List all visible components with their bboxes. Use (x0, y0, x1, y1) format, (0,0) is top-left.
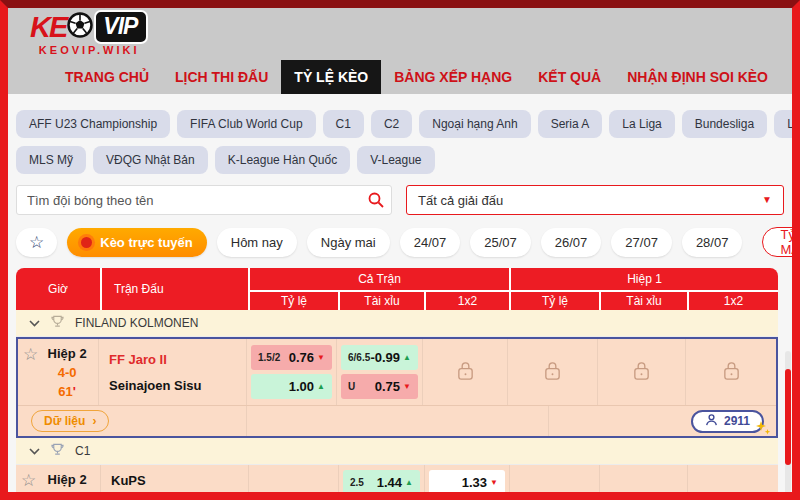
league-chip-row-1: AFF U23 Championship FIFA Club World Cup… (16, 110, 784, 138)
search-input[interactable] (16, 185, 392, 215)
match-minute: 61' (58, 384, 76, 399)
logo-subtitle: KEOVIP.WIKI (30, 44, 148, 56)
viewers-count: 2911 (724, 414, 750, 428)
odds-table: Giờ Trận Đấu Cả Trận Hiệp 1 Tỷ lệ Tài xỉ… (16, 268, 778, 500)
match-time-cell: ☆ Hiệp 2 4-0 61' (18, 339, 98, 405)
lock-icon (632, 360, 651, 385)
h1-1x2-locked-cell (685, 339, 776, 405)
scrollbar-thumb[interactable] (785, 369, 791, 465)
section-name: C1 (75, 444, 90, 458)
search-icon[interactable] (368, 192, 384, 212)
star-icon: ☆ (29, 232, 44, 253)
chip-c1[interactable]: C1 (323, 110, 364, 138)
h1-over-under-locked-cell (597, 339, 685, 405)
chip-ngoai-hang-anh[interactable]: Ngoại hạng Anh (419, 110, 530, 138)
league-chip-row-2: MLS Mỹ VĐQG Nhật Bản K-League Hàn Quốc V… (16, 146, 784, 174)
filter-date-27-07[interactable]: 27/07 (611, 228, 672, 257)
col-header-full-time: Cả Trận (248, 268, 509, 290)
match-teams-cell: KuPS (100, 465, 248, 500)
match-row-kups: ☆ Hiệp 2 KuPS 2.5 1.44▲ (16, 465, 778, 500)
chevron-down-icon[interactable] (29, 448, 40, 455)
vertical-scrollbar (785, 351, 791, 500)
match-footer-row: Dữ liệu› 2911 (18, 405, 776, 436)
filter-date-24-07[interactable]: 24/07 (400, 228, 461, 257)
content-area: AFF U23 Championship FIFA Club World Cup… (8, 94, 792, 492)
star-icon[interactable]: ☆ (23, 346, 38, 405)
league-select-value: Tất cả giải đấu (418, 193, 503, 208)
nav-item-ty-le-keo[interactable]: TỶ LỆ KÈO (281, 60, 381, 94)
live-dot-icon (81, 237, 92, 248)
search-box (16, 185, 392, 215)
trophy-icon (51, 443, 64, 459)
chip-ligue-1[interactable]: Ligue 1 (774, 110, 800, 138)
x12-odds[interactable]: 1.33▼ (429, 470, 505, 495)
match-card-ff-jaro: ☆ Hiệp 2 4-0 61' FF Jaro II Seinajoen Si… (16, 337, 778, 438)
match-time-cell: ☆ Hiệp 2 (16, 465, 100, 500)
chevron-down-icon[interactable] (29, 320, 40, 327)
under-odds[interactable]: U 0.75▼ (341, 374, 418, 399)
over-odds[interactable]: 2.5 1.44▲ (343, 470, 420, 495)
home-team-name: FF Jaro II (109, 352, 236, 367)
section-name: FINLAND KOLMONEN (75, 316, 198, 330)
site-header: KE VIP KEOVIP.WIKI (8, 8, 792, 60)
chip-c2[interactable]: C2 (371, 110, 412, 138)
nav-item-bang-xep-hang[interactable]: BẢNG XẾP HẠNG (381, 60, 525, 94)
star-icon[interactable]: ☆ (21, 472, 36, 500)
league-section-c1[interactable]: C1 (16, 438, 778, 465)
nav-item-nhan-dinh[interactable]: NHẬN ĐỊNH SOI KÈO (614, 60, 781, 94)
live-odds-toggle[interactable]: Kèo trực tuyến (67, 228, 207, 257)
chip-bundesliga[interactable]: Bundesliga (682, 110, 767, 138)
trend-down-icon: ▼ (317, 353, 325, 362)
col-header-time: Giờ (16, 268, 100, 310)
footer-divider-cell (246, 406, 548, 436)
col-header-h1-odds: Tỷ lệ (509, 290, 599, 310)
nav-item-lich-thi-dau[interactable]: LỊCH THI ĐẤU (162, 60, 281, 94)
ft-1x2-cell: 1.33▼ (424, 465, 509, 500)
trophy-icon (51, 315, 64, 331)
h1-1x2-cell (687, 465, 778, 500)
chip-seria-a[interactable]: Seria A (538, 110, 603, 138)
chevron-right-icon: › (92, 414, 96, 428)
soccer-ball-icon (67, 12, 93, 42)
nav-item-trang-chu[interactable]: TRANG CHỦ (52, 60, 162, 94)
handicap-odds-1[interactable]: 1.5/2 0.76▼ (251, 345, 332, 370)
trend-down-icon: ▼ (403, 382, 411, 391)
handicap-odds-2[interactable]: 1.00▲ (251, 374, 332, 399)
col-header-match: Trận Đấu (100, 268, 248, 310)
match-teams-cell: FF Jaro II Seinajoen Sisu (98, 339, 246, 405)
chip-mls-my[interactable]: MLS Mỹ (16, 146, 86, 174)
league-select[interactable]: Tất cả giải đấu ▼ (406, 185, 784, 215)
chip-v-league[interactable]: V-League (357, 146, 434, 174)
odds-type-dropdown[interactable]: Tỷ lệ MALAY ▼ (762, 227, 800, 257)
home-team-name: KuPS (111, 473, 238, 488)
over-odds[interactable]: 6/6.5 -0.99▲ (341, 345, 418, 370)
site-logo[interactable]: KE VIP KEOVIP.WIKI (30, 11, 148, 56)
filter-date-25-07[interactable]: 25/07 (470, 228, 531, 257)
match-row: ☆ Hiệp 2 4-0 61' FF Jaro II Seinajoen Si… (18, 339, 776, 405)
logo-keo-text: KE (30, 13, 66, 42)
chip-k-league[interactable]: K-League Hàn Quốc (215, 146, 350, 174)
page-frame: KE VIP KEOVIP.WIKI TRANG CHỦ LỊCH THI ĐẤ… (0, 0, 800, 500)
chip-vdqg-nhat-ban[interactable]: VĐQG Nhật Bản (93, 146, 208, 174)
data-button[interactable]: Dữ liệu› (31, 410, 109, 432)
filter-row: ☆ Kèo trực tuyến Hôm nay Ngày mai 24/07 … (16, 226, 784, 258)
ft-over-under-cell: 6/6.5 -0.99▲ U 0.75▼ (336, 339, 422, 405)
favorites-star-button[interactable]: ☆ (16, 228, 57, 257)
chip-aff-u23[interactable]: AFF U23 Championship (16, 110, 170, 138)
col-header-first-half: Hiệp 1 (509, 268, 778, 290)
filter-date-28-07[interactable]: 28/07 (682, 228, 743, 257)
filter-date-26-07[interactable]: 26/07 (541, 228, 602, 257)
col-header-ft-over-under: Tài xỉu (338, 290, 424, 310)
nav-item-tin-tuc[interactable]: TIN TỨC (781, 60, 800, 94)
filter-tomorrow[interactable]: Ngày mai (307, 228, 390, 257)
chip-fifa-club-world-cup[interactable]: FIFA Club World Cup (177, 110, 316, 138)
users-icon (705, 414, 718, 429)
search-row: Tất cả giải đấu ▼ (16, 185, 784, 215)
nav-item-ket-qua[interactable]: KẾT QUẢ (525, 60, 614, 94)
h1-handicap-locked-cell (507, 339, 597, 405)
filter-today[interactable]: Hôm nay (217, 228, 297, 257)
league-section-finland-kolmonen[interactable]: FINLAND KOLMONEN (16, 310, 778, 337)
ft-1x2-locked-cell (422, 339, 507, 405)
sparkle-icon (755, 421, 771, 438)
chip-la-liga[interactable]: La Liga (609, 110, 674, 138)
